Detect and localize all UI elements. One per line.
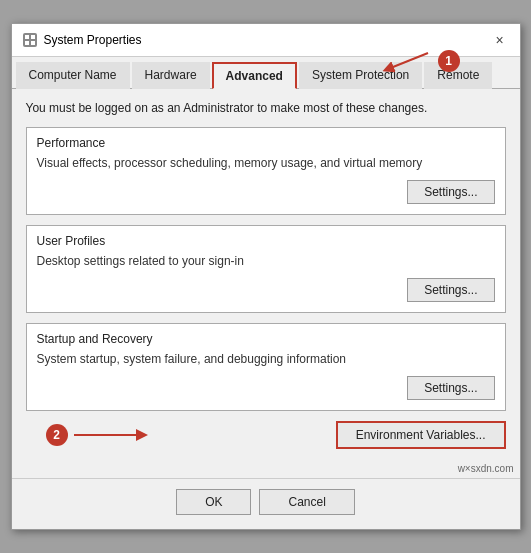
system-properties-window: System Properties × 1 Computer Name Hard… xyxy=(11,23,521,530)
performance-section: Performance Visual effects, processor sc… xyxy=(26,127,506,215)
svg-rect-2 xyxy=(31,35,35,39)
ok-button[interactable]: OK xyxy=(176,489,251,515)
performance-btn-row: Settings... xyxy=(37,180,495,204)
annotation-arrow-2 xyxy=(74,426,154,444)
cancel-button[interactable]: Cancel xyxy=(259,489,354,515)
env-variables-row: 2 Environment Variables... xyxy=(26,421,506,449)
tab-advanced[interactable]: Advanced xyxy=(212,62,297,89)
watermark: w×sxdn.com xyxy=(12,461,520,478)
annotation-circle-2: 2 xyxy=(46,424,68,446)
tab-system-protection[interactable]: System Protection xyxy=(299,62,422,89)
svg-rect-3 xyxy=(25,41,29,45)
admin-info-text: You must be logged on as an Administrato… xyxy=(26,101,506,115)
tab-remote[interactable]: Remote xyxy=(424,62,492,89)
title-bar: System Properties × xyxy=(12,24,520,57)
user-profiles-section: User Profiles Desktop settings related t… xyxy=(26,225,506,313)
tabs-bar: Computer Name Hardware Advanced System P… xyxy=(12,57,520,89)
close-button[interactable]: × xyxy=(490,30,510,50)
performance-settings-button[interactable]: Settings... xyxy=(407,180,494,204)
bottom-buttons-row: OK Cancel xyxy=(12,478,520,529)
tab-content: You must be logged on as an Administrato… xyxy=(12,89,520,461)
performance-title: Performance xyxy=(37,136,495,150)
startup-recovery-settings-button[interactable]: Settings... xyxy=(407,376,494,400)
performance-desc: Visual effects, processor scheduling, me… xyxy=(37,156,495,170)
title-bar-left: System Properties xyxy=(22,32,142,48)
user-profiles-desc: Desktop settings related to your sign-in xyxy=(37,254,495,268)
annotation-area-2: 2 xyxy=(26,424,328,446)
startup-recovery-btn-row: Settings... xyxy=(37,376,495,400)
tab-computer-name[interactable]: Computer Name xyxy=(16,62,130,89)
tab-hardware[interactable]: Hardware xyxy=(132,62,210,89)
title-bar-text: System Properties xyxy=(44,33,142,47)
window-icon xyxy=(22,32,38,48)
user-profiles-settings-button[interactable]: Settings... xyxy=(407,278,494,302)
svg-rect-1 xyxy=(25,35,29,39)
startup-recovery-desc: System startup, system failure, and debu… xyxy=(37,352,495,366)
svg-rect-4 xyxy=(31,41,35,45)
startup-recovery-section: Startup and Recovery System startup, sys… xyxy=(26,323,506,411)
user-profiles-btn-row: Settings... xyxy=(37,278,495,302)
environment-variables-button[interactable]: Environment Variables... xyxy=(336,421,506,449)
startup-recovery-title: Startup and Recovery xyxy=(37,332,495,346)
user-profiles-title: User Profiles xyxy=(37,234,495,248)
